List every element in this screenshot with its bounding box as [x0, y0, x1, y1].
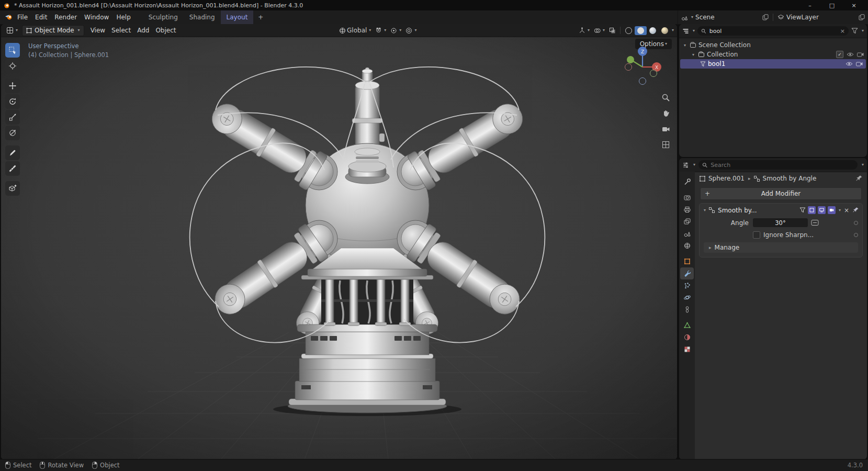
add-workspace-button[interactable]: + [253, 14, 268, 21]
ortho-grid-icon[interactable] [661, 140, 670, 149]
tab-object[interactable] [680, 255, 694, 267]
camera-view-icon[interactable] [661, 125, 670, 133]
shading-solid-button[interactable] [635, 26, 647, 35]
add-modifier-button[interactable]: + Add Modifier [700, 187, 862, 200]
tab-render[interactable] [680, 192, 694, 204]
manage-subpanel[interactable]: ▸ Manage [704, 242, 858, 253]
workspace-tab-sculpting[interactable]: Sculpting [143, 10, 184, 24]
shading-rendered-button[interactable] [659, 26, 671, 35]
collapse-icon[interactable]: ▾ [704, 208, 706, 212]
scene-selector[interactable]: ▾ Scene [681, 14, 769, 21]
3d-viewport[interactable]: ▾ Object Mode ▾ View Select Add Object [1, 24, 677, 459]
viewport-menu-view[interactable]: View [87, 27, 108, 34]
show-editmode-toggle[interactable] [808, 206, 816, 214]
hide-eye-icon[interactable] [847, 52, 854, 57]
axis-y-ball[interactable] [627, 56, 634, 63]
maximize-button[interactable]: □ [821, 0, 843, 10]
pan-hand-icon[interactable] [661, 109, 670, 118]
tab-modifiers[interactable] [680, 267, 694, 279]
editor-type-button[interactable]: ▾ [4, 27, 20, 34]
viewport-canvas[interactable] [1, 37, 677, 459]
show-render-toggle[interactable] [828, 206, 836, 214]
menu-edit[interactable]: Edit [31, 10, 51, 24]
tab-material[interactable] [680, 331, 694, 343]
tool-measure[interactable] [5, 161, 20, 176]
expand-icon[interactable]: ▾ [682, 43, 687, 48]
axis-z-neg-ball[interactable] [639, 78, 646, 85]
collection-checkbox[interactable]: ✓ [836, 51, 843, 58]
tab-output[interactable] [680, 204, 694, 216]
close-button[interactable]: × [843, 0, 865, 10]
tool-move[interactable] [5, 78, 20, 93]
expand-icon[interactable]: ▾ [691, 52, 696, 57]
breadcrumb-modifier[interactable]: Smooth by Angle [763, 175, 817, 182]
modifier-panel-header[interactable]: ▾ Smooth by... [700, 204, 862, 217]
angle-value-field[interactable]: 30° [753, 218, 808, 227]
shading-wireframe-button[interactable] [623, 26, 635, 35]
modifier-name[interactable]: Smooth by... [718, 207, 757, 214]
tab-object-data[interactable] [680, 319, 694, 331]
proportional-editing-dropdown[interactable]: ▾ [403, 27, 419, 34]
zoom-icon[interactable] [661, 93, 670, 102]
animate-decorator[interactable] [854, 233, 858, 237]
axis-x-neg-ball[interactable] [625, 64, 632, 71]
outliner-search-input[interactable] [708, 27, 838, 35]
shading-material-button[interactable] [647, 26, 659, 35]
snap-toggle[interactable]: ▾ [373, 27, 388, 34]
ignore-sharpness-checkbox[interactable] [753, 231, 760, 239]
tool-annotate[interactable] [5, 145, 20, 160]
extras-dropdown-icon[interactable]: ▾ [839, 208, 841, 212]
menu-render[interactable]: Render [51, 10, 81, 24]
new-viewlayer-icon[interactable] [859, 14, 865, 20]
tool-scale[interactable] [5, 110, 20, 125]
hide-eye-icon[interactable] [846, 61, 853, 66]
outliner-row-bool1[interactable]: bool1 [680, 59, 866, 69]
pin-icon[interactable] [855, 175, 863, 182]
filter-icon[interactable] [851, 28, 858, 34]
breadcrumb-object[interactable]: Sphere.001 [708, 175, 745, 182]
outliner-row-scene-collection[interactable]: ▾ Scene Collection [679, 40, 867, 50]
disable-render-camera-icon[interactable] [857, 52, 864, 57]
tool-rotate[interactable] [5, 94, 20, 109]
disable-render-camera-icon[interactable] [856, 61, 863, 66]
xray-toggle[interactable] [607, 27, 618, 34]
delete-modifier-icon[interactable]: × [843, 207, 850, 214]
tool-cursor[interactable] [5, 59, 20, 73]
tab-particles[interactable] [680, 279, 694, 291]
pin-icon[interactable] [852, 207, 859, 214]
properties-search[interactable] [698, 160, 858, 170]
mask-filter-icon[interactable] [799, 207, 806, 213]
show-viewport-toggle[interactable] [818, 206, 826, 214]
axis-y-neg-ball[interactable] [650, 70, 657, 77]
viewport-menu-add[interactable]: Add [134, 27, 152, 34]
workspace-tab-shading[interactable]: Shading [184, 10, 221, 24]
show-overlays-dropdown[interactable]: ▾ [592, 27, 607, 34]
menu-help[interactable]: Help [112, 10, 134, 24]
animate-decorator[interactable] [854, 221, 858, 225]
snap-target-dropdown[interactable]: ▾ [388, 27, 403, 34]
tool-select-box[interactable] [5, 43, 20, 58]
outliner-search[interactable]: × [697, 26, 849, 36]
transform-orientation-dropdown[interactable]: Global ▾ [337, 27, 373, 34]
tab-world[interactable] [680, 240, 694, 252]
show-gizmo-dropdown[interactable]: ▾ [577, 27, 592, 34]
properties-search-input[interactable] [709, 161, 854, 169]
menu-file[interactable]: File [14, 10, 31, 24]
tab-physics[interactable] [680, 291, 694, 304]
viewport-menu-object[interactable]: Object [152, 27, 179, 34]
tool-transform[interactable] [5, 126, 20, 140]
menu-window[interactable]: Window [81, 10, 112, 24]
blender-menu-icon[interactable] [4, 14, 14, 21]
workspace-tab-layout[interactable]: Layout [221, 10, 254, 24]
viewport-menu-select[interactable]: Select [108, 27, 134, 34]
mode-dropdown[interactable]: Object Mode ▾ [22, 25, 84, 36]
tab-view-layer[interactable] [680, 216, 694, 228]
tool-add-cube[interactable] [5, 181, 20, 196]
viewlayer-selector[interactable]: ViewLayer [777, 14, 865, 21]
outliner-display-mode-icon[interactable] [682, 28, 689, 35]
input-attribute-toggle-icon[interactable] [811, 219, 819, 226]
tab-tool[interactable] [680, 176, 694, 188]
tab-scene[interactable] [680, 228, 694, 240]
tab-constraints[interactable] [680, 304, 694, 316]
clear-search-icon[interactable]: × [840, 28, 845, 35]
